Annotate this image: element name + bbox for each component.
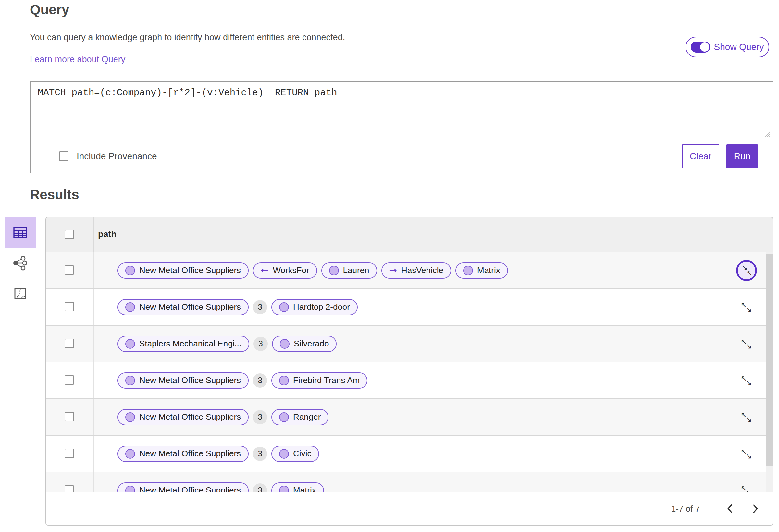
table-view-icon (12, 225, 28, 241)
table-pagination: 1-7 of 7 (46, 492, 773, 525)
clear-button[interactable]: Clear (682, 144, 719, 169)
expand-arrow-icon: ↘ (745, 343, 752, 350)
show-query-toggle[interactable]: Show Query (685, 37, 769, 57)
entity-pill[interactable]: Staplers Mechanical Engi... (118, 336, 249, 352)
sidebar-item-table-view[interactable] (5, 217, 36, 248)
expand-row-button[interactable]: ↖↘ (741, 338, 753, 350)
path-cell: New Metal Office Suppliers←WorksForLaure… (118, 252, 508, 288)
entity-node-icon (125, 376, 135, 385)
collapse-row-button[interactable]: ↘↖ (736, 260, 757, 281)
row-checkbox[interactable] (65, 265, 74, 275)
entity-label: New Metal Office Suppliers (139, 265, 241, 275)
relationship-label: WorksFor (273, 265, 309, 275)
expand-row-button[interactable]: ↖↘ (741, 411, 753, 424)
entity-label: Civic (293, 449, 311, 459)
entity-pill[interactable]: Matrix (456, 262, 508, 279)
next-page-button[interactable] (750, 502, 761, 515)
entity-label: New Metal Office Suppliers (139, 449, 241, 459)
row-checkbox[interactable] (65, 339, 74, 348)
include-provenance-label: Include Provenance (77, 151, 157, 161)
table-row: New Metal Office Suppliers3Hardtop 2-doo… (46, 289, 773, 326)
path-cell: New Metal Office Suppliers3Ranger (118, 399, 328, 435)
entity-pill[interactable]: Civic (272, 446, 319, 462)
entity-label: Lauren (343, 265, 369, 275)
table-row: New Metal Office Suppliers←WorksForLaure… (46, 252, 773, 289)
expand-arrow-icon: ↘ (745, 306, 752, 313)
query-input[interactable]: MATCH path=(c:Company)-[r*2]-(v:Vehicle)… (31, 82, 773, 139)
row-checkbox[interactable] (65, 412, 74, 421)
results-table: path New Metal Office Suppliers←WorksFor… (46, 217, 773, 526)
column-divider (93, 362, 94, 398)
table-header: path (46, 217, 773, 252)
query-footer: Include Provenance Clear Run (31, 140, 773, 173)
entity-pill[interactable]: New Metal Office Suppliers (118, 262, 249, 279)
entity-pill[interactable]: New Metal Office Suppliers (118, 373, 249, 389)
path-length-badge: 3 (253, 374, 267, 388)
expand-arrow-icon: ↘ (745, 453, 752, 460)
learn-more-link[interactable]: Learn more about Query (30, 55, 125, 65)
entity-pill[interactable]: Firebird Trans Am (272, 373, 367, 389)
entity-pill[interactable]: New Metal Office Suppliers (118, 446, 249, 462)
expand-row-button[interactable]: ↖↘ (741, 448, 753, 460)
previous-page-button[interactable] (724, 502, 735, 515)
chevron-right-icon (752, 504, 759, 514)
entity-label: Silverado (294, 339, 329, 349)
chevron-left-icon (727, 504, 733, 514)
entity-node-icon (279, 376, 289, 385)
entity-label: Staplers Mechanical Engi... (139, 339, 241, 349)
select-all-checkbox[interactable] (65, 230, 74, 239)
arrow-left-icon: ← (261, 266, 268, 275)
path-cell: New Metal Office Suppliers3Hardtop 2-doo… (118, 289, 358, 325)
row-checkbox[interactable] (65, 375, 74, 385)
toggle-switch-icon[interactable] (691, 42, 710, 53)
path-cell: New Metal Office Suppliers3Civic (118, 436, 319, 472)
entity-pill[interactable]: Lauren (321, 262, 377, 279)
expand-row-button[interactable]: ↖↘ (741, 302, 753, 314)
pagination-range-label: 1-7 of 7 (671, 504, 700, 514)
entity-label: New Metal Office Suppliers (139, 375, 241, 385)
entity-node-icon (125, 412, 135, 422)
results-view-sidebar (5, 217, 36, 309)
column-divider (93, 217, 94, 252)
entity-label: Ranger (293, 412, 321, 422)
table-row: New Metal Office Suppliers3Ranger↖↘ (46, 399, 773, 436)
include-provenance-checkbox[interactable] (59, 151, 68, 161)
expand-row-button[interactable]: ↖↘ (741, 375, 753, 387)
path-length-badge: 3 (253, 337, 268, 351)
query-description: You can query a knowledge graph to ident… (30, 32, 345, 43)
relationship-pill[interactable]: ←WorksFor (253, 262, 317, 279)
arrow-right-icon: → (389, 266, 397, 275)
entity-label: Matrix (477, 265, 500, 275)
row-checkbox[interactable] (65, 302, 74, 312)
entity-pill[interactable]: New Metal Office Suppliers (118, 299, 249, 315)
entity-node-icon (125, 302, 135, 312)
scrollbar-thumb[interactable] (766, 254, 773, 466)
entity-pill[interactable]: New Metal Office Suppliers (118, 409, 249, 425)
run-button[interactable]: Run (726, 144, 758, 169)
entity-pill[interactable]: Hardtop 2-door (272, 299, 358, 315)
results-title: Results (30, 187, 79, 202)
entity-pill[interactable]: Silverado (272, 336, 337, 352)
entity-label: Firebird Trans Am (293, 375, 360, 385)
relationship-label: HasVehicle (401, 265, 443, 275)
table-scrollbar[interactable] (766, 252, 773, 492)
entity-node-icon (125, 449, 135, 459)
toggle-knob (700, 43, 709, 52)
sidebar-item-map-view[interactable] (5, 278, 36, 309)
entity-node-icon (279, 412, 289, 422)
entity-node-icon (463, 266, 473, 275)
entity-pill[interactable]: Ranger (272, 409, 328, 425)
entity-node-icon (125, 266, 135, 275)
entity-node-icon (125, 339, 135, 349)
column-divider (93, 289, 94, 325)
row-checkbox[interactable] (65, 449, 74, 458)
path-cell: New Metal Office Suppliers3Firebird Tran… (118, 362, 367, 398)
table-row: Staplers Mechanical Engi...3Silverado↖↘ (46, 326, 773, 362)
sidebar-item-link-chart-view[interactable] (5, 248, 36, 278)
entity-node-icon (280, 339, 290, 349)
query-page: Query You can query a knowledge graph to… (0, 0, 779, 532)
query-editor-panel: MATCH path=(c:Company)-[r*2]-(v:Vehicle)… (30, 81, 773, 173)
relationship-pill[interactable]: →HasVehicle (381, 262, 451, 279)
path-length-badge: 3 (253, 300, 267, 314)
page-title: Query (30, 2, 69, 17)
